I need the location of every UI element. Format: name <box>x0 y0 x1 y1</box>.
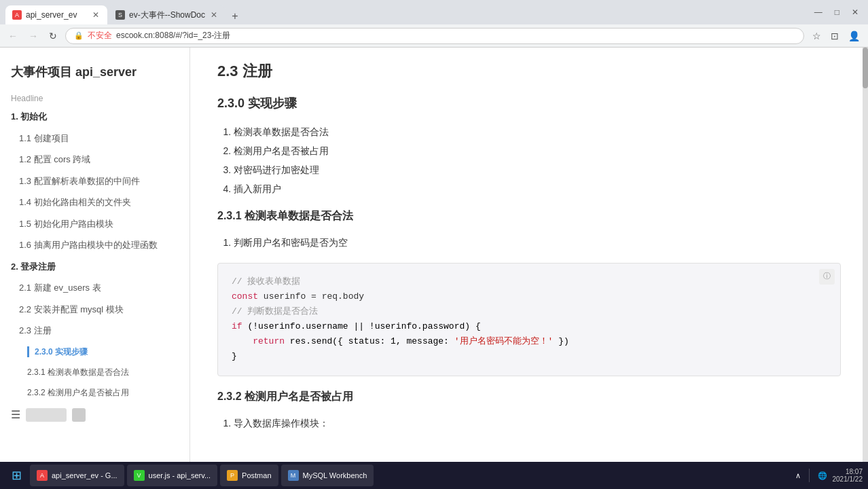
code-line-3: // 判断数据是否合法 <box>232 304 827 319</box>
taskbar-date: 2021/1/22 <box>833 475 863 483</box>
hamburger-icon[interactable]: ☰ <box>11 408 20 421</box>
maximize-button[interactable]: □ <box>831 6 844 18</box>
sidebar-bottom-box <box>26 408 67 422</box>
active-indicator <box>27 346 29 357</box>
code-status: status: 1, <box>348 336 401 346</box>
security-label: 不安全 <box>88 30 112 41</box>
step-230-1: 检测表单数据是否合法 <box>234 122 841 141</box>
taskbar-divider <box>809 469 810 482</box>
taskbar-label-2: user.js - api_serv... <box>149 471 211 479</box>
taskbar-clock: 18:07 2021/1/22 <box>833 468 863 483</box>
code-keyword-const: const <box>232 291 258 302</box>
code-close-if: } <box>232 351 237 361</box>
step-232-1: 导入数据库操作模块： <box>234 414 841 433</box>
step-230-2: 检测用户名是否被占用 <box>234 141 841 160</box>
page-title: 2.3 注册 <box>217 61 841 82</box>
scrollbar-thumb[interactable] <box>863 48 868 88</box>
section-231-title: 2.3.1 检测表单数据是否合法 <box>217 209 841 223</box>
code-line-6: } <box>232 349 827 364</box>
sidebar-item-s2-1[interactable]: 2.1 新建 ev_users 表 <box>0 277 189 299</box>
taskbar-label-3: Postman <box>242 471 271 479</box>
sidebar-title: 大事件项目 api_server <box>0 58 189 91</box>
code-line-4: if (!userinfo.username || !userinfo.pass… <box>232 319 827 334</box>
sidebar-item-s2-3-0-label: 2.3.0 实现步骤 <box>35 346 88 358</box>
forward-button[interactable]: → <box>26 29 41 43</box>
window-controls: — □ ✕ <box>810 6 863 18</box>
tab-favicon-2: S <box>115 10 125 20</box>
section-230-title: 2.3.0 实现步骤 <box>217 95 841 111</box>
sidebar-item-s2-3-2[interactable]: 2.3.2 检测用户名是否被占用 <box>0 382 189 403</box>
step-231-1: 判断用户名和密码是否为空 <box>234 233 841 252</box>
sidebar-item-s2[interactable]: 2. 登录注册 <box>0 256 189 278</box>
address-actions: ☆ ⊡ 👤 <box>810 29 863 43</box>
taskbar: ⊞ A api_server_ev - G... V user.js - api… <box>0 462 868 489</box>
code-keyword-return: return <box>253 336 285 346</box>
sidebar-bottom: ☰ <box>0 403 189 427</box>
sidebar-item-s2-2[interactable]: 2.2 安装并配置 mysql 模块 <box>0 299 189 321</box>
code-close-obj: }) <box>558 336 569 346</box>
taskbar-expand-icon[interactable]: ∧ <box>795 471 801 480</box>
tab-title-2: ev-大事件--ShowDoc <box>129 10 205 21</box>
scrollbar-right[interactable] <box>863 48 868 462</box>
taskbar-item-3[interactable]: P Postman <box>220 465 278 486</box>
code-block-231: ⓘ // 接收表单数据 const userinfo = req.body //… <box>217 263 841 376</box>
start-button[interactable]: ⊞ <box>5 465 27 486</box>
step-230-3: 对密码进行加密处理 <box>234 160 841 179</box>
section-232-title: 2.3.2 检测用户名是否被占用 <box>217 390 841 404</box>
profile-button[interactable]: 👤 <box>846 29 863 43</box>
security-icon: 🔒 <box>74 31 84 40</box>
taskbar-label-4: MySQL Workbench <box>303 471 367 479</box>
code-comment-2: // 判断数据是否合法 <box>232 306 318 316</box>
content-area: 2.3 注册 2.3.0 实现步骤 检测表单数据是否合法 检测用户名是否被占用 … <box>190 48 868 489</box>
tab-title-1: api_server_ev <box>26 10 87 20</box>
code-copy-button[interactable]: ⓘ <box>819 269 835 285</box>
code-line-5: return res.send({ status: 1, message: '用… <box>232 334 827 349</box>
code-return-res: res.send({ <box>290 336 343 346</box>
tab-favicon-1: A <box>12 10 22 20</box>
address-bar: ← → ↻ 🔒 不安全 escook.cn:8088/#/?id=_23-注册 … <box>0 24 868 48</box>
taskbar-item-1[interactable]: A api_server_ev - G... <box>30 465 124 486</box>
code-string-message: '用户名密码不能为空！' <box>454 336 554 346</box>
taskbar-time: 18:07 <box>846 468 863 475</box>
address-url: escook.cn:8088/#/?id=_23-注册 <box>116 30 230 41</box>
sidebar-item-s1[interactable]: 1. 初始化 <box>0 106 189 128</box>
sidebar-item-s2-3[interactable]: 2.3 注册 <box>0 320 189 342</box>
tab-api-server[interactable]: A api_server_ev ✕ <box>5 5 107 24</box>
tab-close-2[interactable]: ✕ <box>209 9 219 21</box>
section-231-steps: 判断用户名和密码是否为空 <box>217 233 841 252</box>
sidebar-headline-label: Headline <box>0 91 189 106</box>
taskbar-network-icon[interactable]: 🌐 <box>818 471 827 480</box>
refresh-button[interactable]: ↻ <box>46 29 60 43</box>
close-button[interactable]: ✕ <box>848 6 863 18</box>
sidebar: 大事件项目 api_server Headline 1. 初始化 1.1 创建项… <box>0 48 190 489</box>
taskbar-icon-2: V <box>134 470 145 481</box>
sidebar-item-s2-3-1[interactable]: 2.3.1 检测表单数据是否合法 <box>0 362 189 382</box>
sidebar-item-s1-3[interactable]: 1.3 配置解析表单数据的中间件 <box>0 170 189 192</box>
taskbar-item-4[interactable]: M MySQL Workbench <box>281 465 374 486</box>
tab-bar: A api_server_ev ✕ S ev-大事件--ShowDoc ✕ + <box>5 0 243 24</box>
new-tab-button[interactable]: + <box>227 8 243 24</box>
sidebar-item-s1-1[interactable]: 1.1 创建项目 <box>0 128 189 149</box>
sidebar-item-s1-2[interactable]: 1.2 配置 cors 跨域 <box>0 149 189 170</box>
start-icon: ⊞ <box>12 468 22 483</box>
taskbar-label-1: api_server_ev - G... <box>52 471 117 479</box>
taskbar-end: ∧ 🌐 18:07 2021/1/22 <box>795 468 863 483</box>
taskbar-item-2[interactable]: V user.js - api_serv... <box>127 465 218 486</box>
code-line-2: const userinfo = req.body <box>232 289 827 304</box>
bookmark-button[interactable]: ☆ <box>810 29 824 43</box>
code-keyword-if: if <box>232 321 242 331</box>
taskbar-icon-4: M <box>288 470 299 481</box>
tab-showdoc[interactable]: S ev-大事件--ShowDoc ✕ <box>109 5 225 24</box>
back-button[interactable]: ← <box>5 29 20 43</box>
minimize-button[interactable]: — <box>810 6 827 18</box>
sidebar-item-s1-6[interactable]: 1.6 抽离用户路由模块中的处理函数 <box>0 234 189 256</box>
tab-close-1[interactable]: ✕ <box>91 9 101 21</box>
code-message-key: message: <box>407 336 454 346</box>
extensions-button[interactable]: ⊡ <box>828 29 842 43</box>
sidebar-item-s1-5[interactable]: 1.5 初始化用户路由模块 <box>0 213 189 235</box>
address-input[interactable]: 🔒 不安全 escook.cn:8088/#/?id=_23-注册 <box>65 28 804 44</box>
sidebar-item-s1-4[interactable]: 1.4 初始化路由相关的文件夹 <box>0 192 189 213</box>
taskbar-icon-3: P <box>227 470 238 481</box>
sidebar-item-s2-3-0[interactable]: 2.3.0 实现步骤 <box>0 342 189 362</box>
step-230-4: 插入新用户 <box>234 179 841 198</box>
